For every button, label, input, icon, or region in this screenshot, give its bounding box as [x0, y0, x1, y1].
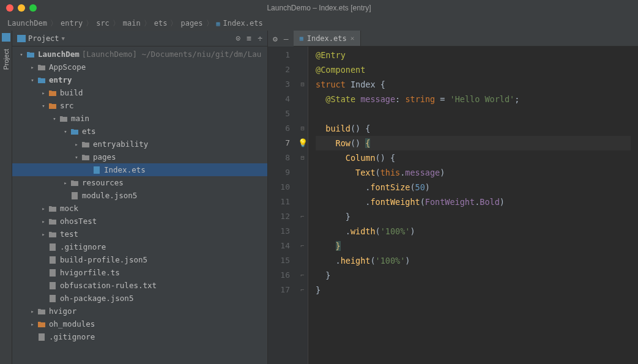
- project-tree[interactable]: ▾LaunchDem [LaunchDemo] ~/Documents/niu/…: [12, 46, 267, 364]
- line-number[interactable]: 5: [268, 106, 290, 121]
- chevron-right-icon[interactable]: ▸: [28, 64, 37, 70]
- tree-row[interactable]: module.json5: [12, 189, 267, 202]
- code-line[interactable]: @State message: string = 'Hello World';: [316, 92, 631, 106]
- breadcrumb-item[interactable]: entry: [61, 19, 83, 28]
- line-number[interactable]: 7: [268, 136, 290, 150]
- code-line[interactable]: Row() {: [316, 136, 631, 150]
- code-line[interactable]: .fontSize(50): [316, 180, 631, 195]
- chevron-right-icon[interactable]: ▸: [39, 231, 48, 237]
- line-number[interactable]: 1: [268, 48, 290, 62]
- tree-row[interactable]: ▸AppScope: [12, 61, 267, 73]
- breadcrumb-item[interactable]: main: [123, 19, 141, 28]
- close-window-button[interactable]: [6, 4, 13, 12]
- chevron-right-icon[interactable]: ▸: [28, 321, 37, 327]
- tree-row[interactable]: oh-package.json5: [12, 292, 267, 305]
- code-line[interactable]: }: [316, 239, 631, 253]
- project-view-selector[interactable]: Project ▼: [17, 34, 65, 43]
- tree-row[interactable]: .gitignore: [12, 240, 267, 253]
- chevron-down-icon[interactable]: ▾: [39, 103, 48, 109]
- tree-row[interactable]: ▾main: [12, 112, 267, 125]
- tree-row[interactable]: Index.ets: [12, 163, 267, 176]
- chevron-right-icon[interactable]: ▸: [39, 90, 48, 96]
- line-number[interactable]: 8: [268, 150, 290, 165]
- code-line[interactable]: }: [316, 209, 631, 224]
- tree-row[interactable]: ▾src: [12, 99, 267, 112]
- code-line[interactable]: Text(this.message): [316, 165, 631, 180]
- line-number[interactable]: 4: [268, 92, 290, 106]
- code-line[interactable]: .fontWeight(FontWeight.Bold): [316, 195, 631, 209]
- tree-row[interactable]: ▸oh_modules: [12, 318, 267, 330]
- expand-all-icon[interactable]: ≡: [247, 34, 251, 43]
- tree-row[interactable]: obfuscation-rules.txt: [12, 279, 267, 292]
- line-number[interactable]: 10: [268, 180, 290, 195]
- fold-gutter[interactable]: ⊟⊟⊟⊟⌐⌐⌐⌐💡: [297, 46, 308, 364]
- fold-marker[interactable]: ⌐: [297, 268, 308, 283]
- line-number[interactable]: 17: [268, 283, 290, 297]
- fold-marker[interactable]: ⌐: [297, 239, 308, 253]
- select-opened-file-icon[interactable]: ⊙: [236, 34, 241, 43]
- chevron-right-icon[interactable]: ▸: [39, 206, 48, 212]
- minimize-window-button[interactable]: [18, 4, 25, 12]
- editor-tab-index[interactable]: ▦ Index.ets ✕: [294, 31, 362, 46]
- chevron-right-icon[interactable]: ▸: [39, 218, 48, 225]
- breadcrumb-item[interactable]: ets: [154, 19, 168, 28]
- breadcrumb-item[interactable]: Index.ets: [223, 19, 263, 28]
- collapse-all-icon[interactable]: ÷: [258, 34, 262, 43]
- fold-marker[interactable]: ⊟: [297, 150, 308, 165]
- tree-row[interactable]: ▸ohosTest: [12, 215, 267, 228]
- chevron-right-icon[interactable]: ▸: [61, 180, 70, 186]
- chevron-down-icon[interactable]: ▾: [17, 51, 26, 58]
- fold-marker[interactable]: ⊟: [297, 77, 308, 92]
- breadcrumb-item[interactable]: pages: [180, 19, 202, 28]
- line-number[interactable]: 11: [268, 195, 290, 209]
- chevron-down-icon[interactable]: ▾: [28, 77, 37, 83]
- chevron-down-icon[interactable]: ▾: [72, 154, 81, 160]
- fold-marker[interactable]: ⌐: [297, 209, 308, 224]
- code-line[interactable]: @Component: [316, 62, 631, 77]
- hide-icon[interactable]: —: [284, 34, 289, 43]
- line-number[interactable]: 3: [268, 77, 290, 92]
- tree-row[interactable]: ▸test: [12, 228, 267, 240]
- code-line[interactable]: }: [316, 268, 631, 283]
- line-number[interactable]: 6: [268, 121, 290, 136]
- gear-icon[interactable]: ⚙: [273, 34, 278, 43]
- code-line[interactable]: }: [316, 283, 631, 297]
- code-line[interactable]: .width('100%'): [316, 224, 631, 239]
- fold-marker[interactable]: ⌐: [297, 283, 308, 297]
- project-tool-tab[interactable]: Project: [1, 44, 11, 75]
- line-number[interactable]: 9: [268, 165, 290, 180]
- code-line[interactable]: Column() {: [316, 150, 631, 165]
- tree-row[interactable]: ▾pages: [12, 150, 267, 163]
- breadcrumb-item[interactable]: src: [96, 19, 109, 28]
- code-line[interactable]: @Entry: [316, 48, 631, 62]
- line-number[interactable]: 16: [268, 268, 290, 283]
- tree-row[interactable]: ▸build: [12, 86, 267, 99]
- chevron-right-icon[interactable]: ▸: [28, 308, 37, 314]
- tree-row[interactable]: build-profile.json5: [12, 253, 267, 266]
- tree-row[interactable]: ▾LaunchDem [LaunchDemo] ~/Documents/niu/…: [12, 48, 267, 61]
- tree-row[interactable]: ▸mock: [12, 202, 267, 215]
- line-number[interactable]: 13: [268, 224, 290, 239]
- code-line[interactable]: .height('100%'): [316, 253, 631, 268]
- chevron-right-icon[interactable]: ▸: [72, 141, 81, 147]
- line-number[interactable]: 15: [268, 253, 290, 268]
- project-tool-icon[interactable]: [2, 33, 10, 42]
- code-line[interactable]: struct Index {: [316, 77, 631, 92]
- tree-row[interactable]: ▸resources: [12, 176, 267, 189]
- tree-row[interactable]: ▾entry: [12, 73, 267, 86]
- code-content[interactable]: @Entry@Componentstruct Index { @State me…: [308, 46, 638, 364]
- tree-row[interactable]: ▾ets: [12, 125, 267, 138]
- intention-bulb-icon[interactable]: 💡: [298, 136, 308, 150]
- chevron-down-icon[interactable]: ▾: [61, 128, 70, 135]
- code-editor[interactable]: 1234567891011121314151617 ⊟⊟⊟⊟⌐⌐⌐⌐💡 @Ent…: [268, 46, 638, 364]
- breadcrumb-item[interactable]: LaunchDem: [7, 19, 47, 28]
- tree-row[interactable]: ▸entryability: [12, 138, 267, 150]
- line-number[interactable]: 14: [268, 239, 290, 253]
- fold-marker[interactable]: ⊟: [297, 121, 308, 136]
- maximize-window-button[interactable]: [29, 4, 37, 12]
- line-number[interactable]: 12: [268, 209, 290, 224]
- tree-row[interactable]: .gitignore: [12, 330, 267, 343]
- close-icon[interactable]: ✕: [351, 34, 355, 42]
- code-line[interactable]: build() {: [316, 121, 631, 136]
- tree-row[interactable]: hvigorfile.ts: [12, 266, 267, 279]
